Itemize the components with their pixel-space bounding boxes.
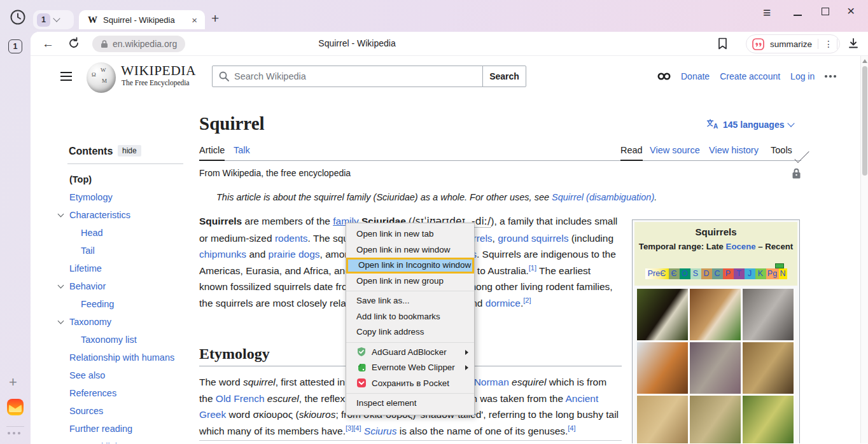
menu-item-open-link-in-new-tab[interactable]: Open link in new tab xyxy=(346,226,474,242)
more-options-icon[interactable] xyxy=(825,75,836,78)
timeline-period-pg[interactable]: Pg xyxy=(766,268,779,279)
hamburger-menu-icon[interactable] xyxy=(60,72,72,81)
downloads-icon[interactable] xyxy=(847,37,860,50)
fox-squirrel-photo[interactable] xyxy=(637,342,688,394)
timeline-period-o[interactable]: O xyxy=(680,268,690,279)
menu-item-add-link-to-bookmarks[interactable]: Add link to bookmarks xyxy=(346,309,474,325)
chevron-down-icon[interactable] xyxy=(58,211,64,218)
timeline-period-j[interactable]: J xyxy=(745,268,755,279)
rock-squirrel-photo[interactable] xyxy=(743,342,794,394)
donate-link[interactable]: Donate xyxy=(681,71,710,81)
toc-item-characteristics[interactable]: Characteristics xyxy=(69,206,203,224)
timeline-period-d[interactable]: D xyxy=(701,268,712,279)
timeline-period-preє[interactable]: PreЄ xyxy=(645,268,669,279)
tab-group-pill[interactable]: 1 xyxy=(33,10,74,29)
languages-button[interactable]: A 145 languages xyxy=(706,119,794,130)
tab-talk[interactable]: Talk xyxy=(234,145,250,161)
back-button[interactable]: ← xyxy=(42,37,54,51)
reload-button[interactable] xyxy=(67,37,80,50)
languages-count[interactable]: 145 languages xyxy=(723,120,785,130)
timeline-period-s[interactable]: S xyxy=(690,268,701,279)
menu-item-copy-link-address[interactable]: Copy link address xyxy=(346,324,474,340)
inline-link[interactable]: ground squirrels xyxy=(498,233,568,244)
inline-link[interactable]: Old French xyxy=(216,393,265,404)
tab-squirrel-wikipedia[interactable]: W Squirrel - Wikipedia × xyxy=(79,10,205,29)
tab-article[interactable]: Article xyxy=(199,145,225,161)
ground-squirrel-photo[interactable] xyxy=(690,342,741,394)
timeline-period-t[interactable]: T xyxy=(734,268,745,279)
chevron-down-icon[interactable] xyxy=(787,120,794,127)
tab-tools[interactable]: Tools xyxy=(771,145,792,161)
scrollbar-thumb[interactable] xyxy=(862,66,867,176)
tab-count-badge[interactable]: 1 xyxy=(8,39,22,53)
toc-item-head[interactable]: Head xyxy=(69,224,203,242)
toc-item-relationship-with-humans[interactable]: Relationship with humans xyxy=(69,349,203,366)
gray-squirrel-photo[interactable] xyxy=(743,289,794,340)
tab-close-icon[interactable]: × xyxy=(190,15,199,25)
inline-link[interactable]: Sciurus xyxy=(364,426,397,436)
toc-item-references[interactable]: References xyxy=(69,384,203,402)
inline-link[interactable]: dormice xyxy=(486,298,521,309)
wiki-search-box[interactable] xyxy=(212,66,483,87)
menu-item-open-link-in-incognito-window[interactable]: Open link in Incognito window xyxy=(346,258,474,274)
window-close-button[interactable]: × xyxy=(847,3,855,18)
summarize-button[interactable]: summarize ⋮ xyxy=(746,34,840,53)
contents-hide-button[interactable]: hide xyxy=(118,145,141,156)
inline-link[interactable]: rodents xyxy=(275,233,308,244)
tab-view-history[interactable]: View history xyxy=(709,145,759,161)
scroll-up-arrow[interactable] xyxy=(862,59,867,63)
menu-item-inspect-element[interactable]: Inspect element xyxy=(346,396,474,412)
toc-item-taxonomy-list[interactable]: Taxonomy list xyxy=(69,331,203,349)
browser-menu-icon[interactable]: ≡ xyxy=(763,5,771,20)
toc-item-sources[interactable]: Sources xyxy=(69,402,203,420)
create-account-link[interactable]: Create account xyxy=(720,71,780,81)
toc-item-behavior[interactable]: Behavior xyxy=(69,277,203,295)
search-input[interactable] xyxy=(234,71,476,81)
site-identity-pill[interactable]: en.wikipedia.org xyxy=(92,36,185,52)
bookmark-flag-icon[interactable] xyxy=(718,38,727,50)
toc-item-taxonomy[interactable]: Taxonomy xyxy=(69,313,203,331)
toc-item-etymology[interactable]: Etymology xyxy=(69,188,203,206)
black-giant-squirrel-photo[interactable] xyxy=(637,289,688,340)
chevron-down-icon[interactable] xyxy=(58,282,64,289)
history-clock-icon[interactable] xyxy=(10,9,26,25)
menu-item-evernote-web-clipper[interactable]: Evernote Web Clipper xyxy=(346,360,474,376)
sidebar-add-icon[interactable]: + xyxy=(9,374,17,391)
summarize-more-icon[interactable]: ⋮ xyxy=(824,39,833,49)
new-tab-button[interactable]: + xyxy=(211,11,219,26)
menu-item-adguard-adblocker[interactable]: AdGuard AdBlocker xyxy=(346,345,474,361)
login-link[interactable]: Log in xyxy=(790,71,815,81)
timeline-period-k[interactable]: K xyxy=(755,268,766,279)
inline-link[interactable]: prairie dogs xyxy=(269,249,320,260)
chevron-down-icon[interactable] xyxy=(794,148,809,163)
chevron-down-icon[interactable] xyxy=(58,318,64,324)
standing-ground-squirrels-photo[interactable] xyxy=(637,396,688,443)
marmot-pair-photo[interactable] xyxy=(690,396,741,443)
maximize-button[interactable] xyxy=(822,8,829,15)
chevron-down-icon[interactable] xyxy=(53,15,60,22)
menu-item-save-link-as-[interactable]: Save link as... xyxy=(346,293,474,309)
sidebar-more-icon[interactable] xyxy=(8,432,20,434)
menu-item-open-link-in-new-group[interactable]: Open link in new group xyxy=(346,274,474,289)
chipmunk-photo[interactable] xyxy=(690,289,741,340)
inline-link[interactable]: Squirrel (disambiguation) xyxy=(552,192,654,202)
timeline-period-c[interactable]: C xyxy=(712,268,723,279)
tab-view-source[interactable]: View source xyxy=(650,145,700,161)
toc-item-lifetime[interactable]: Lifetime xyxy=(69,260,203,277)
prairie-dog-pair-photo[interactable] xyxy=(743,396,794,443)
inline-link[interactable]: Eocene xyxy=(726,242,756,251)
inline-link[interactable]: chipmunks xyxy=(199,249,246,260)
toc-item-tail[interactable]: Tail xyxy=(69,242,203,260)
wikipedia-globe-logo[interactable]: ΩWM xyxy=(87,62,116,93)
menu-item-open-link-in-new-window[interactable]: Open link in new window xyxy=(346,242,474,258)
timeline-period-n[interactable]: N xyxy=(779,268,787,279)
toc-item-external-links[interactable]: External links xyxy=(69,438,203,443)
timeline-period-p[interactable]: P xyxy=(723,268,734,279)
toc-item-further-reading[interactable]: Further reading xyxy=(69,420,203,438)
toc-item--top-[interactable]: (Top) xyxy=(69,170,203,188)
search-button[interactable]: Search xyxy=(482,66,526,87)
toc-item-feeding[interactable]: Feeding xyxy=(69,295,203,313)
page-scrollbar[interactable] xyxy=(860,56,868,443)
address-page-title[interactable]: Squirrel - Wikipedia xyxy=(293,38,421,48)
tab-read[interactable]: Read xyxy=(620,145,643,161)
